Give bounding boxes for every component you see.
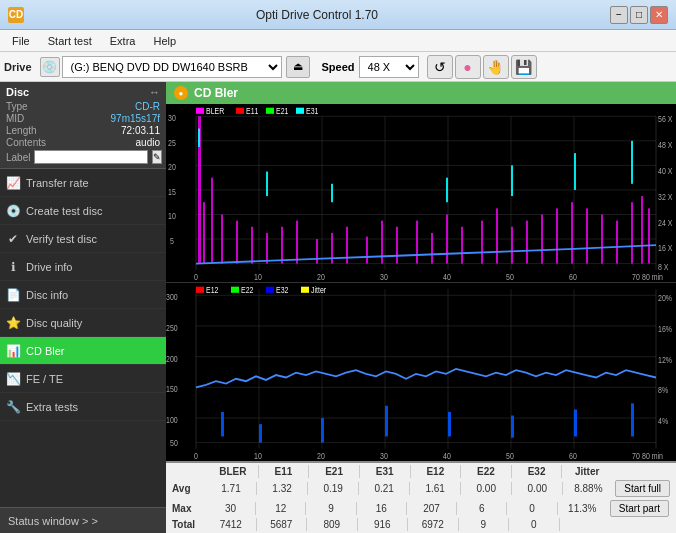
stats-total-e21: 809 xyxy=(307,518,358,531)
svg-text:10: 10 xyxy=(168,212,176,222)
menu-extra[interactable]: Extra xyxy=(102,33,144,49)
drive-label: Drive xyxy=(4,61,32,73)
disc-label-button[interactable]: ✎ xyxy=(152,150,162,164)
menu-file[interactable]: File xyxy=(4,33,38,49)
svg-text:150: 150 xyxy=(166,385,178,395)
sidebar-item-fe-te[interactable]: 📉 FE / TE xyxy=(0,365,166,393)
stats-max-e12: 207 xyxy=(407,502,457,515)
stats-max-e31: 16 xyxy=(357,502,407,515)
stats-max-bler: 30 xyxy=(206,502,256,515)
svg-rect-35 xyxy=(496,208,498,263)
svg-rect-104 xyxy=(574,409,577,436)
stats-total-e22: 9 xyxy=(459,518,510,531)
sidebar-item-create-test-disc[interactable]: 💿 Create test disc xyxy=(0,197,166,225)
svg-rect-41 xyxy=(586,208,588,263)
disc-quality-icon: ⭐ xyxy=(6,316,20,330)
transfer-rate-icon: 📈 xyxy=(6,176,20,190)
svg-rect-23 xyxy=(296,221,298,264)
start-part-button[interactable]: Start part xyxy=(610,500,669,517)
svg-rect-99 xyxy=(259,424,262,442)
svg-rect-20 xyxy=(251,227,253,264)
verify-test-disc-icon: ✔ xyxy=(6,232,20,246)
disc-type-key: Type xyxy=(6,101,28,112)
sidebar-item-disc-info[interactable]: 📄 Disc info xyxy=(0,281,166,309)
menu-start-test[interactable]: Start test xyxy=(40,33,100,49)
svg-rect-48 xyxy=(266,172,268,197)
stats-avg-e31: 0.21 xyxy=(359,482,410,495)
svg-text:20: 20 xyxy=(317,451,325,461)
menu-help[interactable]: Help xyxy=(145,33,184,49)
drive-info-icon: ℹ xyxy=(6,260,20,274)
status-window-button[interactable]: Status window > > xyxy=(0,507,166,533)
stats-col-e21: E21 xyxy=(309,465,360,478)
svg-text:24 X: 24 X xyxy=(658,218,673,228)
sidebar-item-fe-te-label: FE / TE xyxy=(26,373,63,385)
stats-max-e32: 0 xyxy=(507,502,557,515)
sidebar-item-cd-bler[interactable]: 📊 CD Bler xyxy=(0,337,166,365)
svg-text:70: 70 xyxy=(632,272,640,282)
options-button[interactable]: ● xyxy=(455,55,481,79)
svg-text:5: 5 xyxy=(170,236,174,246)
svg-rect-42 xyxy=(601,214,603,263)
stats-max-row: Max 30 12 9 16 207 6 0 11.3% Start part xyxy=(170,499,672,518)
stats-max-e21: 9 xyxy=(306,502,356,515)
stats-max-e22: 6 xyxy=(457,502,507,515)
toolbar-buttons: ↺ ● 🤚 💾 xyxy=(427,55,537,79)
hand-button[interactable]: 🤚 xyxy=(483,55,509,79)
app-title: Opti Drive Control 1.70 xyxy=(24,8,610,22)
svg-rect-43 xyxy=(616,221,618,264)
sidebar-item-extra-tests[interactable]: 🔧 Extra tests xyxy=(0,393,166,421)
sidebar-item-verify-test-disc-label: Verify test disc xyxy=(26,233,97,245)
start-full-button[interactable]: Start full xyxy=(615,480,670,497)
maximize-button[interactable]: □ xyxy=(630,6,648,24)
svg-rect-32 xyxy=(446,214,448,263)
svg-text:56 X: 56 X xyxy=(658,115,673,125)
svg-rect-29 xyxy=(396,227,398,264)
svg-rect-51 xyxy=(511,165,513,196)
svg-text:E12: E12 xyxy=(206,285,218,295)
stats-col-e32: E32 xyxy=(512,465,563,478)
svg-rect-30 xyxy=(416,221,418,264)
svg-rect-18 xyxy=(221,214,223,263)
drive-selector[interactable]: (G:) BENQ DVD DD DW1640 BSRB xyxy=(62,56,282,78)
svg-rect-106 xyxy=(196,287,204,293)
stats-col-e12: E12 xyxy=(411,465,462,478)
svg-text:30: 30 xyxy=(380,272,388,282)
stats-table: BLER E11 E21 E31 E12 E22 E32 Jitter Avg … xyxy=(166,461,676,533)
disc-label-input[interactable] xyxy=(34,150,148,164)
eject-button[interactable]: ⏏ xyxy=(286,56,310,78)
refresh-button[interactable]: ↺ xyxy=(427,55,453,79)
svg-text:250: 250 xyxy=(166,323,178,333)
svg-rect-54 xyxy=(196,108,204,114)
stats-total-label: Total xyxy=(170,518,206,531)
svg-text:E21: E21 xyxy=(276,106,288,116)
save-button[interactable]: 💾 xyxy=(511,55,537,79)
sidebar-item-verify-test-disc[interactable]: ✔ Verify test disc xyxy=(0,225,166,253)
drive-icon: 💿 xyxy=(40,57,60,77)
stats-avg-label: Avg xyxy=(170,482,206,495)
sidebar-item-drive-info[interactable]: ℹ Drive info xyxy=(0,253,166,281)
disc-length-key: Length xyxy=(6,125,37,136)
svg-rect-33 xyxy=(461,227,463,264)
sidebar-item-transfer-rate[interactable]: 📈 Transfer rate xyxy=(0,169,166,197)
stats-btn-spacer xyxy=(612,465,672,478)
stats-max-jitter: 11.3% xyxy=(558,502,607,515)
minimize-button[interactable]: − xyxy=(610,6,628,24)
top-chart-svg: BLER E11 E21 E31 30 25 20 15 10 5 56 X xyxy=(166,104,676,282)
close-button[interactable]: ✕ xyxy=(650,6,668,24)
svg-text:30: 30 xyxy=(168,114,176,124)
sidebar-item-disc-quality[interactable]: ⭐ Disc quality xyxy=(0,309,166,337)
svg-text:BLER: BLER xyxy=(206,106,225,116)
top-chart: BLER E11 E21 E31 30 25 20 15 10 5 56 X xyxy=(166,104,676,283)
svg-text:80 min: 80 min xyxy=(642,451,663,461)
fe-te-icon: 📉 xyxy=(6,372,20,386)
stats-header-empty xyxy=(170,465,208,478)
speed-selector[interactable]: 48 X xyxy=(359,56,419,78)
stats-avg-values: 1.71 1.32 0.19 0.21 1.61 0.00 0.00 8.88% xyxy=(206,482,613,495)
drivebar: Drive 💿 (G:) BENQ DVD DD DW1640 BSRB ⏏ S… xyxy=(0,52,676,82)
svg-rect-16 xyxy=(203,202,205,263)
stats-max-e11: 12 xyxy=(256,502,306,515)
svg-rect-56 xyxy=(236,108,244,114)
stats-col-e11: E11 xyxy=(259,465,310,478)
disc-arrows[interactable]: ↔ xyxy=(149,86,160,98)
